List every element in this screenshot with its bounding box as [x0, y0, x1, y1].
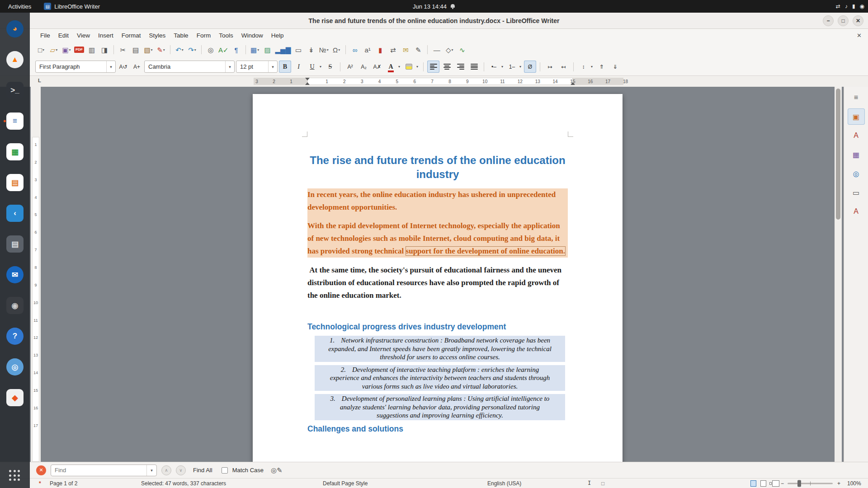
unordered-list-dropdown[interactable]: ▾: [500, 65, 505, 69]
tab-stop-selector[interactable]: L: [38, 78, 41, 83]
zoom-level[interactable]: 100%: [847, 480, 861, 487]
paste-button[interactable]: ▧▾: [142, 44, 154, 56]
clone-formatting-button[interactable]: ✎▾: [155, 44, 167, 56]
print-preview-button[interactable]: ◨: [99, 44, 110, 56]
update-style-button[interactable]: A↺: [117, 61, 129, 73]
menu-insert[interactable]: Insert: [94, 31, 118, 40]
increase-indent-button[interactable]: ↦: [544, 61, 556, 73]
page-button[interactable]: ▭: [848, 184, 865, 201]
activities-button[interactable]: Activities: [0, 0, 39, 13]
cut-button[interactable]: ✂: [117, 44, 129, 56]
menu-view[interactable]: View: [73, 31, 94, 40]
zoom-slider[interactable]: [788, 483, 833, 484]
superscript-button[interactable]: A²: [344, 61, 356, 73]
battery-icon[interactable]: ▮: [852, 3, 855, 9]
insert-table-button[interactable]: ▦▾: [249, 44, 261, 56]
find-previous-button[interactable]: ∧: [161, 465, 171, 475]
new-document-button[interactable]: □▾: [35, 44, 47, 56]
ordered-list-dropdown[interactable]: ▾: [518, 65, 523, 69]
language-status[interactable]: English (USA): [487, 480, 521, 487]
page-style-status[interactable]: Default Page Style: [323, 480, 368, 487]
basic-shapes-dropdown[interactable]: ▾: [451, 48, 453, 52]
open-dropdown[interactable]: ▾: [56, 48, 57, 52]
highlight-color-button[interactable]: [403, 61, 415, 73]
find-input[interactable]: [51, 467, 146, 474]
page-number-status[interactable]: Page 1 of 2: [50, 480, 77, 487]
increase-paragraph-spacing-button[interactable]: ⇑: [595, 61, 608, 73]
word-count-status[interactable]: Selected: 47 words, 337 characters: [141, 480, 226, 487]
menu-format[interactable]: Format: [118, 31, 145, 40]
libreoffice-impress-launcher[interactable]: ▤: [4, 174, 26, 192]
close-find-bar-button[interactable]: ✕: [36, 465, 46, 475]
insert-textbox-button[interactable]: ▭: [292, 44, 304, 56]
insert-hyperlink-button[interactable]: ∞: [349, 44, 361, 56]
vertical-ruler[interactable]: 1234567891011121314151617: [31, 87, 41, 462]
insert-image-button[interactable]: ▨: [262, 44, 274, 56]
show-applications-button[interactable]: [9, 470, 21, 482]
camera-launcher[interactable]: ◉: [4, 296, 26, 314]
line-spacing-button[interactable]: ↕: [577, 61, 590, 73]
minimize-button[interactable]: −: [823, 15, 834, 26]
files-launcher[interactable]: ▤: [4, 235, 26, 253]
volume-icon[interactable]: ♪: [845, 3, 848, 9]
save-button[interactable]: ▣▾: [61, 44, 72, 56]
font-name-combo[interactable]: Cambria ▾: [144, 61, 235, 73]
insert-footnote-button[interactable]: a¹: [362, 44, 373, 56]
align-right-button[interactable]: [454, 61, 467, 73]
terminal-launcher[interactable]: >_: [4, 81, 26, 99]
menu-table[interactable]: Table: [170, 31, 192, 40]
new-document-dropdown[interactable]: ▾: [42, 48, 44, 52]
focused-app-indicator[interactable]: ▤ LibreOffice Writer: [39, 3, 104, 10]
gallery-button[interactable]: ▦: [848, 146, 865, 163]
network-icon[interactable]: ⇄: [836, 3, 840, 9]
font-size-combo[interactable]: 12 pt ▾: [236, 61, 278, 73]
insert-line-button[interactable]: —: [431, 44, 443, 56]
firefox-launcher[interactable]: ◕: [4, 20, 26, 38]
window-titlebar[interactable]: The rise and future trends of the online…: [0, 13, 868, 29]
help-launcher[interactable]: ?: [4, 327, 26, 345]
paragraph-style-dropdown[interactable]: ▾: [106, 61, 115, 72]
insert-bookmark-button[interactable]: ▮: [374, 44, 386, 56]
copy-button[interactable]: ▤: [130, 44, 142, 56]
properties-button[interactable]: ▣: [848, 108, 865, 125]
no-list-button[interactable]: Ø: [524, 61, 536, 73]
close-button[interactable]: ✕: [853, 15, 863, 26]
document-modified-indicator[interactable]: *: [39, 480, 41, 487]
match-case-checkbox[interactable]: [222, 467, 228, 474]
font-name-dropdown[interactable]: ▾: [225, 61, 234, 72]
insert-chart-button[interactable]: ▂▅▇: [274, 44, 292, 56]
insert-comment-button[interactable]: ✉: [400, 44, 411, 56]
strikethrough-button[interactable]: S: [324, 61, 336, 73]
formatting-marks-button[interactable]: ¶: [231, 44, 242, 56]
menu-window[interactable]: Window: [237, 31, 267, 40]
freeform-line-button[interactable]: ∿: [456, 44, 468, 56]
right-margin-zone[interactable]: [573, 78, 623, 85]
insert-cross-reference-button[interactable]: ⇄: [387, 44, 399, 56]
font-color-dropdown[interactable]: ▾: [397, 65, 401, 69]
undo-dropdown[interactable]: ▾: [182, 48, 184, 52]
snap-store-launcher[interactable]: ◆: [4, 389, 26, 407]
selection-mode-indicator[interactable]: □: [601, 480, 604, 487]
find-next-button[interactable]: ∨: [176, 465, 186, 475]
ordered-list-button[interactable]: 1–: [506, 61, 518, 73]
sidebar-settings-button[interactable]: ≡: [848, 89, 865, 106]
line-spacing-dropdown[interactable]: ▾: [590, 65, 594, 69]
menu-edit[interactable]: Edit: [54, 31, 73, 40]
find-all-button[interactable]: Find All: [193, 467, 212, 474]
insert-symbol-dropdown[interactable]: ▾: [338, 48, 340, 52]
basic-shapes-button[interactable]: ◇▾: [443, 44, 455, 56]
export-pdf-button[interactable]: PDF: [73, 44, 85, 56]
single-page-view-button[interactable]: [750, 480, 756, 487]
horizontal-ruler[interactable]: L 321123456789101112131415161718: [0, 76, 868, 87]
thunderbird-launcher[interactable]: ✉: [4, 266, 26, 284]
menu-tools[interactable]: Tools: [215, 31, 237, 40]
first-line-indent-marker[interactable]: [305, 78, 310, 80]
new-style-button[interactable]: A+: [131, 61, 143, 73]
vlc-launcher[interactable]: ▲: [4, 51, 26, 69]
power-icon[interactable]: ◉: [860, 3, 864, 9]
zoom-slider-thumb[interactable]: [797, 480, 801, 487]
paste-dropdown[interactable]: ▾: [151, 48, 153, 52]
unordered-list-button[interactable]: •–: [488, 61, 500, 73]
document-view[interactable]: The rise and future trends of the online…: [41, 87, 835, 462]
clear-formatting-button[interactable]: A✗: [371, 61, 383, 73]
